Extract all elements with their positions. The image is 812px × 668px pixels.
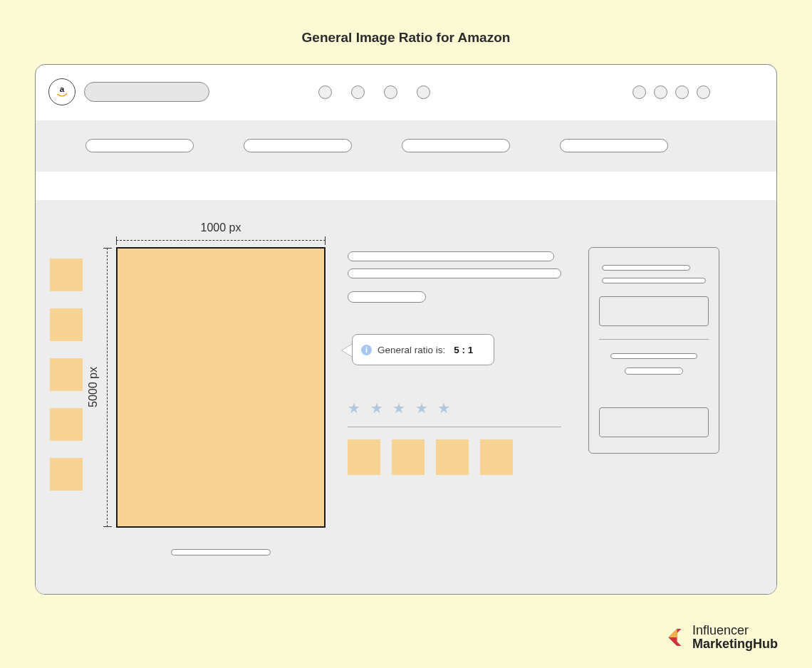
- nav-pill[interactable]: [560, 139, 668, 152]
- buybox-divider: [599, 339, 709, 340]
- product-title-line: [348, 251, 554, 261]
- product-title-line: [348, 268, 561, 278]
- tooltip-text: General ratio is:: [378, 345, 445, 355]
- brand-line-1: Influencer: [692, 624, 778, 637]
- variant-swatch[interactable]: [436, 439, 469, 475]
- product-thumbnail[interactable]: [50, 408, 83, 441]
- buybox-chip: [625, 367, 683, 375]
- brand-arrow-icon: [665, 627, 687, 648]
- header-dot: [318, 85, 332, 99]
- nav-pill[interactable]: [85, 139, 194, 152]
- white-gap: [36, 172, 776, 200]
- height-dimension-rule: [107, 248, 108, 527]
- tooltip-ratio: 5 : 1: [454, 345, 473, 355]
- header-dot: [351, 85, 365, 99]
- variant-swatch[interactable]: [392, 439, 425, 475]
- nav-band: [36, 120, 776, 172]
- product-price-line: [348, 291, 426, 303]
- svg-marker-4: [668, 629, 677, 637]
- page-title: General Image Ratio for Amazon: [0, 0, 812, 46]
- header-action-dot[interactable]: [633, 85, 646, 99]
- header-dot: [417, 85, 430, 99]
- buybox-text-line: [602, 278, 706, 283]
- product-thumbnail[interactable]: [50, 358, 83, 391]
- footer-brand: Influencer MarketingHub: [665, 624, 778, 651]
- height-dimension-label: 5000 px: [87, 247, 100, 528]
- content-area: 1000 px 5000 px i General ratio is: 5 : …: [36, 200, 776, 594]
- buybox-cta-button[interactable]: [599, 407, 709, 437]
- product-thumbnail[interactable]: [50, 259, 83, 291]
- amazon-logo-icon: a: [48, 78, 76, 105]
- variant-swatch[interactable]: [348, 439, 380, 475]
- brand-line-2: MarketingHub: [692, 637, 778, 651]
- header-action-dot[interactable]: [654, 85, 667, 99]
- header-action-dot[interactable]: [697, 85, 710, 99]
- product-thumbnail[interactable]: [50, 458, 83, 491]
- buybox-text-line: [610, 353, 697, 359]
- nav-pill[interactable]: [402, 139, 510, 152]
- nav-pill[interactable]: [244, 139, 352, 152]
- info-icon: i: [361, 345, 372, 355]
- search-input[interactable]: [84, 82, 209, 102]
- header-action-dot[interactable]: [675, 85, 689, 99]
- header-dot: [384, 85, 397, 99]
- width-dimension-rule: [116, 240, 326, 241]
- main-product-image[interactable]: [116, 247, 326, 528]
- browser-mock-window: a 1000 px 5000 px: [35, 64, 777, 595]
- width-dimension-label: 1000 px: [114, 221, 328, 234]
- buybox-qty-box[interactable]: [599, 296, 709, 326]
- tooltip-tail: [342, 344, 353, 357]
- buy-box: [588, 247, 719, 454]
- variant-swatch[interactable]: [480, 439, 513, 475]
- product-thumbnail[interactable]: [50, 308, 83, 341]
- buybox-text-line: [602, 265, 690, 271]
- rating-stars: ★ ★ ★ ★ ★: [348, 400, 453, 417]
- image-scrollbar[interactable]: [171, 549, 271, 555]
- ratio-tooltip: i General ratio is: 5 : 1: [352, 334, 494, 365]
- section-divider: [348, 427, 561, 427]
- browser-header: a: [36, 65, 776, 120]
- svg-text:a: a: [60, 84, 65, 93]
